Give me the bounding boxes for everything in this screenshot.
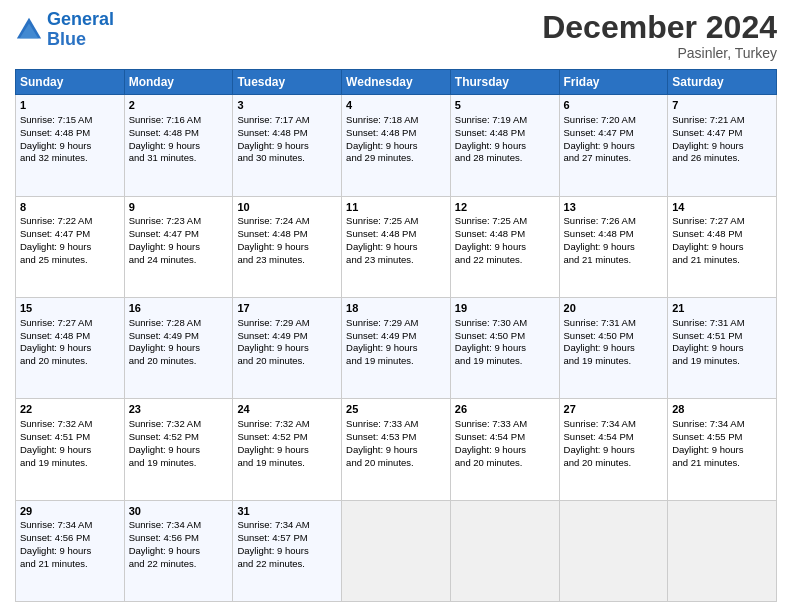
day-info: Sunset: 4:56 PM bbox=[20, 532, 120, 545]
day-info: Sunset: 4:49 PM bbox=[346, 330, 446, 343]
day-number: 10 bbox=[237, 200, 337, 215]
day-number: 21 bbox=[672, 301, 772, 316]
day-number: 13 bbox=[564, 200, 664, 215]
day-info: Sunset: 4:47 PM bbox=[20, 228, 120, 241]
day-info: Daylight: 9 hours bbox=[455, 241, 555, 254]
day-number: 23 bbox=[129, 402, 229, 417]
day-info: and 20 minutes. bbox=[129, 355, 229, 368]
calendar-cell: 26Sunrise: 7:33 AMSunset: 4:54 PMDayligh… bbox=[450, 399, 559, 500]
day-number: 1 bbox=[20, 98, 120, 113]
logo-icon bbox=[15, 16, 43, 44]
day-info: and 28 minutes. bbox=[455, 152, 555, 165]
calendar-cell bbox=[450, 500, 559, 601]
day-number: 2 bbox=[129, 98, 229, 113]
day-info: and 20 minutes. bbox=[346, 457, 446, 470]
day-info: Sunrise: 7:29 AM bbox=[346, 317, 446, 330]
day-number: 3 bbox=[237, 98, 337, 113]
calendar-cell: 4Sunrise: 7:18 AMSunset: 4:48 PMDaylight… bbox=[342, 95, 451, 196]
day-header-sunday: Sunday bbox=[16, 70, 125, 95]
day-info: Daylight: 9 hours bbox=[237, 444, 337, 457]
day-info: Daylight: 9 hours bbox=[564, 140, 664, 153]
day-info: and 23 minutes. bbox=[346, 254, 446, 267]
calendar-cell: 12Sunrise: 7:25 AMSunset: 4:48 PMDayligh… bbox=[450, 196, 559, 297]
calendar-cell: 7Sunrise: 7:21 AMSunset: 4:47 PMDaylight… bbox=[668, 95, 777, 196]
calendar-week-3: 15Sunrise: 7:27 AMSunset: 4:48 PMDayligh… bbox=[16, 297, 777, 398]
day-info: and 21 minutes. bbox=[564, 254, 664, 267]
day-number: 26 bbox=[455, 402, 555, 417]
day-info: Sunrise: 7:18 AM bbox=[346, 114, 446, 127]
day-number: 4 bbox=[346, 98, 446, 113]
day-info: Sunset: 4:50 PM bbox=[564, 330, 664, 343]
calendar-cell: 1Sunrise: 7:15 AMSunset: 4:48 PMDaylight… bbox=[16, 95, 125, 196]
day-info: Sunset: 4:48 PM bbox=[564, 228, 664, 241]
day-number: 5 bbox=[455, 98, 555, 113]
day-number: 6 bbox=[564, 98, 664, 113]
day-info: Daylight: 9 hours bbox=[20, 444, 120, 457]
day-info: and 19 minutes. bbox=[564, 355, 664, 368]
day-info: Sunrise: 7:27 AM bbox=[20, 317, 120, 330]
day-info: and 26 minutes. bbox=[672, 152, 772, 165]
day-info: Daylight: 9 hours bbox=[237, 545, 337, 558]
day-info: and 21 minutes. bbox=[20, 558, 120, 571]
day-info: and 27 minutes. bbox=[564, 152, 664, 165]
day-info: Daylight: 9 hours bbox=[237, 241, 337, 254]
day-number: 11 bbox=[346, 200, 446, 215]
day-info: Sunset: 4:48 PM bbox=[237, 228, 337, 241]
day-info: Daylight: 9 hours bbox=[129, 545, 229, 558]
calendar-cell: 21Sunrise: 7:31 AMSunset: 4:51 PMDayligh… bbox=[668, 297, 777, 398]
day-number: 24 bbox=[237, 402, 337, 417]
header: General Blue December 2024 Pasinler, Tur… bbox=[15, 10, 777, 61]
calendar-cell: 29Sunrise: 7:34 AMSunset: 4:56 PMDayligh… bbox=[16, 500, 125, 601]
day-info: Daylight: 9 hours bbox=[564, 241, 664, 254]
day-info: Sunrise: 7:33 AM bbox=[346, 418, 446, 431]
day-info: Sunset: 4:47 PM bbox=[672, 127, 772, 140]
day-info: Daylight: 9 hours bbox=[672, 342, 772, 355]
calendar-week-2: 8Sunrise: 7:22 AMSunset: 4:47 PMDaylight… bbox=[16, 196, 777, 297]
day-info: Sunset: 4:51 PM bbox=[672, 330, 772, 343]
calendar-cell: 25Sunrise: 7:33 AMSunset: 4:53 PMDayligh… bbox=[342, 399, 451, 500]
day-header-tuesday: Tuesday bbox=[233, 70, 342, 95]
day-info: and 24 minutes. bbox=[129, 254, 229, 267]
day-info: and 21 minutes. bbox=[672, 457, 772, 470]
page: General Blue December 2024 Pasinler, Tur… bbox=[0, 0, 792, 612]
day-info: Sunset: 4:48 PM bbox=[20, 127, 120, 140]
day-info: Sunset: 4:52 PM bbox=[237, 431, 337, 444]
day-info: Daylight: 9 hours bbox=[346, 140, 446, 153]
day-info: Sunrise: 7:31 AM bbox=[564, 317, 664, 330]
day-info: Sunrise: 7:16 AM bbox=[129, 114, 229, 127]
title-block: December 2024 Pasinler, Turkey bbox=[542, 10, 777, 61]
day-number: 30 bbox=[129, 504, 229, 519]
day-info: Sunset: 4:54 PM bbox=[564, 431, 664, 444]
day-info: Sunrise: 7:32 AM bbox=[237, 418, 337, 431]
day-info: Sunrise: 7:21 AM bbox=[672, 114, 772, 127]
day-info: Daylight: 9 hours bbox=[20, 140, 120, 153]
month-title: December 2024 bbox=[542, 10, 777, 45]
calendar-cell: 17Sunrise: 7:29 AMSunset: 4:49 PMDayligh… bbox=[233, 297, 342, 398]
day-info: Sunrise: 7:20 AM bbox=[564, 114, 664, 127]
day-info: Sunrise: 7:32 AM bbox=[20, 418, 120, 431]
day-info: Sunset: 4:53 PM bbox=[346, 431, 446, 444]
day-info: Daylight: 9 hours bbox=[20, 545, 120, 558]
day-info: Daylight: 9 hours bbox=[129, 444, 229, 457]
day-info: Sunset: 4:47 PM bbox=[129, 228, 229, 241]
calendar-cell: 2Sunrise: 7:16 AMSunset: 4:48 PMDaylight… bbox=[124, 95, 233, 196]
calendar-cell: 22Sunrise: 7:32 AMSunset: 4:51 PMDayligh… bbox=[16, 399, 125, 500]
day-info: and 20 minutes. bbox=[237, 355, 337, 368]
day-number: 12 bbox=[455, 200, 555, 215]
day-info: Sunrise: 7:27 AM bbox=[672, 215, 772, 228]
day-number: 19 bbox=[455, 301, 555, 316]
day-number: 28 bbox=[672, 402, 772, 417]
location: Pasinler, Turkey bbox=[542, 45, 777, 61]
calendar-cell: 28Sunrise: 7:34 AMSunset: 4:55 PMDayligh… bbox=[668, 399, 777, 500]
calendar-cell: 27Sunrise: 7:34 AMSunset: 4:54 PMDayligh… bbox=[559, 399, 668, 500]
calendar-cell: 15Sunrise: 7:27 AMSunset: 4:48 PMDayligh… bbox=[16, 297, 125, 398]
day-info: and 22 minutes. bbox=[237, 558, 337, 571]
day-info: Sunrise: 7:26 AM bbox=[564, 215, 664, 228]
day-info: Sunrise: 7:34 AM bbox=[672, 418, 772, 431]
day-info: Daylight: 9 hours bbox=[346, 342, 446, 355]
calendar-cell: 3Sunrise: 7:17 AMSunset: 4:48 PMDaylight… bbox=[233, 95, 342, 196]
calendar-cell: 5Sunrise: 7:19 AMSunset: 4:48 PMDaylight… bbox=[450, 95, 559, 196]
day-header-friday: Friday bbox=[559, 70, 668, 95]
day-info: Sunrise: 7:25 AM bbox=[346, 215, 446, 228]
calendar-cell bbox=[559, 500, 668, 601]
